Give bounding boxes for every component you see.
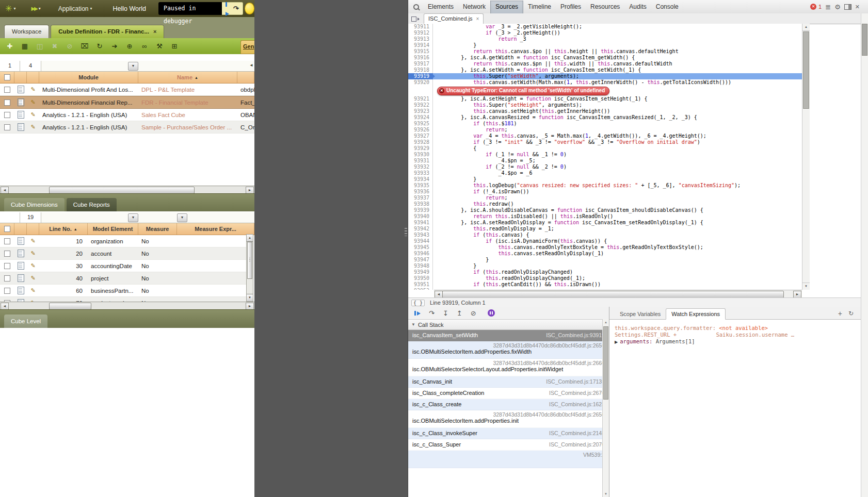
tab-audits[interactable]: Audits bbox=[624, 1, 651, 13]
file-tab-isc-combined[interactable]: ISC_Combined.js× bbox=[424, 13, 484, 24]
call-stack-frame[interactable]: 3287d43d31d8b4470dc86db0bcf45ddf.js:2656… bbox=[408, 410, 609, 428]
column-header-name[interactable]: Name▲ bbox=[138, 72, 237, 83]
call-stack-frame[interactable]: isc_c_Class_createISC_Combined.js:1623 bbox=[408, 399, 609, 410]
code-line[interactable]: 93950 this.readOnlyDisplayChanged(_1); bbox=[408, 275, 802, 281]
settings-gear-icon[interactable]: ⚙ bbox=[834, 3, 841, 11]
step-out-icon[interactable]: ↥ bbox=[457, 309, 462, 317]
line-number[interactable]: 93938 bbox=[408, 201, 433, 207]
row-checkbox[interactable] bbox=[4, 238, 10, 244]
refresh-watch-icon[interactable]: ↻ bbox=[848, 310, 854, 317]
code-line[interactable]: 93920 this.canvas.setWidth(Math.max(1, t… bbox=[408, 79, 802, 86]
tab-cube-level[interactable]: Cube Level bbox=[4, 314, 47, 328]
line-number[interactable]: 93928 bbox=[408, 139, 433, 145]
select-all-checkbox[interactable] bbox=[4, 226, 10, 232]
call-stack-frame[interactable]: isc_CanvasItem_setWidthISC_Combined.js:9… bbox=[408, 330, 609, 341]
table-row[interactable]: ✎Multi-Dimensional Financial Rep...FDR -… bbox=[0, 96, 254, 109]
chevron-down-icon[interactable]: ▾ bbox=[90, 6, 92, 11]
scrollbar-thumb[interactable] bbox=[603, 326, 608, 400]
column-header-line-no[interactable]: Line No.▲ bbox=[39, 223, 88, 235]
row-checkbox[interactable] bbox=[4, 288, 10, 294]
line-number[interactable]: 93952 bbox=[408, 288, 433, 290]
code-line[interactable]: 93938 this.redraw() bbox=[408, 201, 802, 207]
code-editor[interactable]: 93911 var _3 = _2.getVisibleHeight();939… bbox=[408, 24, 802, 290]
code-line[interactable]: 93918 }, isc.A.setWidth = function isc_C… bbox=[408, 67, 802, 73]
line-number[interactable]: 93922 bbox=[408, 102, 433, 108]
file-navigator-toggle-icon[interactable] bbox=[411, 16, 420, 22]
line-number[interactable]: 93917 bbox=[408, 61, 433, 67]
code-line[interactable]: 93940 return this.isDisabled() || this.i… bbox=[408, 213, 802, 220]
code-line[interactable]: 93944 if (isc.isA.DynamicForm(this.canva… bbox=[408, 238, 802, 244]
chevron-down-icon[interactable]: ▾ bbox=[39, 6, 41, 11]
edit-icon[interactable]: ✎ bbox=[30, 124, 35, 130]
console-drawer-icon[interactable]: ≣ bbox=[825, 3, 831, 11]
tab-console[interactable]: Console bbox=[651, 1, 683, 13]
code-line[interactable]: 93935 this.logDebug("canvas resized: new… bbox=[408, 183, 802, 189]
subtab-cube-reports[interactable]: Cube Reports bbox=[67, 198, 117, 212]
pretty-print-icon[interactable]: { } bbox=[411, 300, 425, 306]
tab-timeline[interactable]: Timeline bbox=[523, 1, 556, 13]
edit-icon[interactable]: ✎ bbox=[30, 250, 35, 257]
code-line[interactable]: 93951 if (this.getCanEdit()) && this.isD… bbox=[408, 281, 802, 288]
select-all-checkbox[interactable] bbox=[4, 74, 10, 80]
tab-workspace[interactable]: Workspace bbox=[4, 25, 49, 38]
code-line[interactable]: 93937 return; bbox=[408, 195, 802, 201]
line-number[interactable]: 93926 bbox=[408, 127, 433, 133]
tools-icon[interactable]: ⚒ bbox=[153, 40, 166, 53]
search-icon[interactable] bbox=[413, 4, 419, 10]
filter-dropdown-icon[interactable]: ▼ bbox=[128, 62, 138, 71]
add-watch-icon[interactable]: + bbox=[838, 309, 842, 318]
scrollbar-thumb[interactable] bbox=[442, 291, 784, 298]
row-checkbox[interactable] bbox=[4, 112, 10, 118]
code-line[interactable]: 93948 } bbox=[408, 263, 802, 269]
call-stack-frame[interactable]: 3287d43d31d8b4470dc86db0bcf45ddf.js:2660… bbox=[408, 359, 609, 376]
scroll-down-icon[interactable]: ▼ bbox=[603, 491, 609, 497]
watch-expression[interactable]: this.workspace.query.formatter: <not ava… bbox=[615, 325, 863, 332]
code-line[interactable]: 93936 if (!_4.isDrawn()) bbox=[408, 189, 802, 195]
code-line[interactable]: 93913 return _3 bbox=[408, 36, 802, 42]
edit-icon[interactable]: ✎ bbox=[30, 275, 35, 281]
attachment-icon[interactable]: ⊕ bbox=[123, 40, 136, 53]
tab-scope-variables[interactable]: Scope Variables bbox=[615, 309, 666, 319]
scroll-down-icon[interactable]: ▼ bbox=[247, 294, 253, 301]
export-icon[interactable]: ➔ bbox=[108, 40, 121, 53]
application-menu[interactable]: Application bbox=[58, 5, 89, 12]
line-number[interactable]: 93940 bbox=[408, 213, 433, 220]
line-number[interactable]: 93923 bbox=[408, 108, 433, 114]
editor-horizontal-scrollbar[interactable]: ◄ ► bbox=[434, 290, 802, 298]
line-number[interactable]: 93932 bbox=[408, 164, 433, 170]
code-line[interactable]: 93931 _4.$pn = _5; bbox=[408, 158, 802, 164]
code-line[interactable]: 93928 if (_3 != "init" && _3 != "overflo… bbox=[408, 139, 802, 145]
line-number[interactable]: 93919 bbox=[408, 73, 433, 79]
edit-icon[interactable]: ✎ bbox=[30, 287, 35, 294]
line-number[interactable]: 93946 bbox=[408, 251, 433, 257]
vertical-scrollbar[interactable]: ▲ ▼ bbox=[246, 234, 253, 302]
code-line[interactable]: 93916 }, isc.A.getWidth = function isc_C… bbox=[408, 55, 802, 61]
line-number[interactable]: 93929 bbox=[408, 145, 433, 152]
scroll-up-icon[interactable]: ▲ bbox=[603, 319, 609, 325]
step-over-icon[interactable]: ↷ bbox=[233, 5, 239, 12]
edit-icon[interactable]: ✎ bbox=[30, 111, 35, 118]
scrollbar-thumb[interactable] bbox=[247, 242, 252, 279]
line-number[interactable]: 93913 bbox=[408, 36, 433, 42]
code-line[interactable]: 93930 if (_1 != null && _1 != 0) bbox=[408, 152, 802, 158]
line-number[interactable]: 93931 bbox=[408, 158, 433, 164]
collapse-filter-icon[interactable]: ◄ bbox=[249, 63, 253, 68]
pause-on-exceptions-icon[interactable] bbox=[488, 309, 495, 317]
horizontal-scrollbar[interactable]: ◄ ► bbox=[0, 302, 254, 310]
close-icon[interactable]: ✕ bbox=[855, 4, 860, 10]
line-number[interactable]: 93943 bbox=[408, 232, 433, 238]
call-stack-frame[interactable]: isc_Canvas_initISC_Combined.js:17135 bbox=[408, 376, 609, 388]
close-icon[interactable]: × bbox=[153, 28, 156, 35]
column-header-measure[interactable]: Measure bbox=[138, 223, 177, 235]
close-icon[interactable]: × bbox=[476, 16, 479, 22]
filter-dropdown-icon[interactable]: ▼ bbox=[128, 213, 138, 222]
resume-script-icon[interactable] bbox=[414, 308, 421, 318]
line-number[interactable]: 93947 bbox=[408, 257, 433, 263]
row-checkbox[interactable] bbox=[4, 124, 10, 130]
table-row[interactable]: ✎70product.produ...No bbox=[0, 297, 246, 302]
expand-arrow-icon[interactable]: ▶ bbox=[615, 340, 618, 344]
line-number[interactable]: 93921 bbox=[408, 96, 433, 102]
code-line[interactable]: 93919 this.Super("setWidth", arguments); bbox=[408, 73, 802, 79]
call-stack-frame[interactable]: 3287d43d31d8b4470dc86db0bcf45ddf.js:2656… bbox=[408, 341, 609, 359]
code-line[interactable]: 93947 } bbox=[408, 257, 802, 263]
